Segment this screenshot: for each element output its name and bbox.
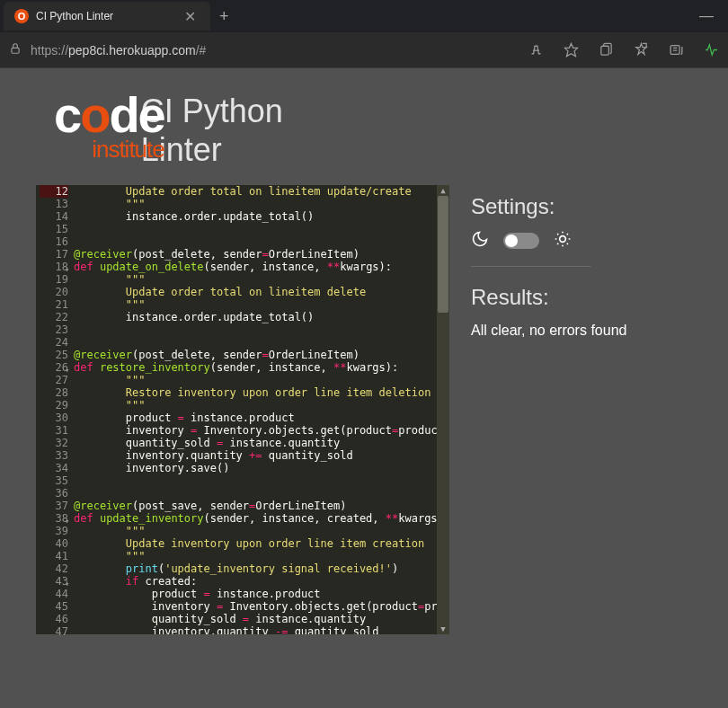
theme-toggle[interactable] [503,233,539,249]
results-text: All clear, no errors found [471,323,626,339]
browser-tab[interactable]: O CI Python Linter ✕ [4,2,210,31]
tab-close-icon[interactable]: ✕ [181,6,200,27]
page-content: code institute CI Python Linter 12131415… [0,68,728,634]
code-area[interactable]: Update order total on lineitem update/cr… [74,185,449,634]
scroll-up-arrow[interactable]: ▲ [438,185,448,196]
url-prefix: https:// [31,43,68,58]
page-header: code institute CI Python Linter [0,68,728,178]
url-domain: pep8ci.herokuapp.com [68,43,196,58]
scroll-down-arrow[interactable]: ▼ [438,624,448,634]
svg-rect-0 [12,48,19,53]
address-bar-icons [528,42,719,58]
scroll-thumb[interactable] [438,196,448,313]
moon-icon[interactable] [471,230,489,252]
favorites-icon[interactable] [634,42,649,58]
logo-d: d [109,86,138,143]
url-suffix: /# [196,43,207,58]
code-institute-logo: code institute [54,95,164,136]
logo-institute: institute [92,140,164,159]
star-icon[interactable] [564,42,579,58]
svg-rect-2 [601,46,609,55]
read-aloud-icon[interactable] [528,42,544,58]
theme-controls [471,230,590,267]
minimize-icon[interactable]: — [699,8,714,24]
tab-title: CI Python Linter [36,10,113,22]
tab-favicon: O [14,9,29,23]
svg-rect-3 [670,46,679,55]
performance-icon[interactable] [704,42,719,58]
toggle-knob [505,235,518,247]
vertical-scrollbar[interactable]: ▲ ▼ [437,185,449,634]
browser-titlebar: O CI Python Linter ✕ + — [0,0,728,32]
address-bar: https://pep8ci.herokuapp.com/# [0,32,728,68]
window-controls: — [688,8,724,24]
new-tab-button[interactable]: + [210,4,238,30]
logo-e: e [138,86,164,143]
main-content: 12131415161718▾1920212223242526▾27282930… [0,178,728,634]
settings-heading: Settings: [471,194,626,219]
code-editor[interactable]: 12131415161718▾1920212223242526▾27282930… [36,185,449,634]
logo-o: o [80,86,109,143]
sidebar-panel: Settings: Results: All clear, no errors … [467,185,626,634]
collections-icon[interactable] [669,42,684,58]
logo-c: c [54,86,80,143]
tabs-icon[interactable] [599,42,614,58]
lock-icon[interactable] [9,42,22,58]
svg-point-4 [560,236,566,243]
url-display[interactable]: https://pep8ci.herokuapp.com/# [31,43,206,58]
sun-icon[interactable] [554,230,572,252]
svg-marker-1 [564,43,577,56]
results-heading: Results: [471,285,626,310]
line-number-gutter: 12131415161718▾1920212223242526▾27282930… [36,185,74,634]
